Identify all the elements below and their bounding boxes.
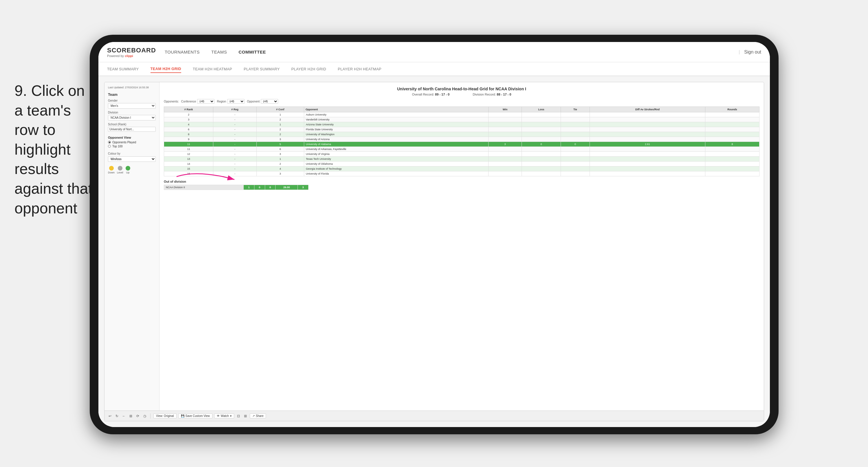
- refresh-icon[interactable]: ⟳: [135, 413, 141, 419]
- legend-up-circle: [126, 166, 130, 171]
- cell-conf: 6: [256, 147, 304, 152]
- sub-nav-player-summary[interactable]: PLAYER SUMMARY: [244, 65, 280, 73]
- watch-btn[interactable]: 👁 Watch ▾: [214, 413, 234, 418]
- cell-rank: 11: [164, 147, 213, 152]
- col-opponent: Opponent: [304, 107, 488, 112]
- table-row[interactable]: 12-3University of Virginia: [164, 152, 760, 157]
- sub-nav-team-summary[interactable]: TEAM SUMMARY: [107, 65, 139, 73]
- cell-tie: [561, 117, 590, 122]
- logo-powered: Powered by clippi: [107, 54, 156, 58]
- team-section-title: Team: [108, 92, 156, 97]
- region-select[interactable]: (All): [227, 99, 245, 104]
- table-row[interactable]: 2-1Auburn University: [164, 112, 760, 117]
- sub-nav-team-h2h-grid[interactable]: TEAM H2H GRID: [151, 65, 181, 73]
- col-rank: # Rank: [164, 107, 213, 112]
- conference-select[interactable]: (All): [197, 99, 214, 104]
- cell-opponent: University of Arkansas, Fayetteville: [304, 147, 488, 152]
- cell-rounds: [705, 132, 759, 137]
- clock-icon[interactable]: ◷: [142, 413, 147, 419]
- table-row[interactable]: 16-3University of Florida: [164, 171, 760, 176]
- cell-opponent: Auburn University: [304, 112, 488, 117]
- cell-diff: [590, 162, 705, 167]
- cell-opponent: University of Florida: [304, 171, 488, 176]
- legend: Down Level Up: [108, 166, 156, 174]
- sub-nav-player-h2h-heatmap[interactable]: PLAYER H2H HEATMAP: [338, 65, 381, 73]
- cell-win: [488, 117, 522, 122]
- undo-icon[interactable]: ↩: [107, 413, 113, 419]
- cell-loss: [522, 152, 561, 157]
- cell-rank: 12: [164, 152, 213, 157]
- ood-win: 1: [244, 185, 254, 190]
- radio-top-100[interactable]: Top 100: [108, 145, 156, 148]
- tablet-screen: SCOREBOARD Powered by clippi TOURNAMENTS…: [98, 42, 770, 427]
- legend-level: Level: [117, 166, 123, 174]
- table-row[interactable]: 8-2University of Washington: [164, 132, 760, 137]
- cell-conf: 2: [256, 117, 304, 122]
- sign-out-link[interactable]: Sign out: [744, 50, 761, 55]
- logo-scoreboard: SCOREBOARD: [107, 47, 156, 54]
- ood-tie: 0: [265, 185, 276, 190]
- table-row[interactable]: 3-2Vanderbilt University: [164, 117, 760, 122]
- nav-bar: SCOREBOARD Powered by clippi TOURNAMENTS…: [98, 42, 770, 62]
- cell-conf: 3: [256, 137, 304, 142]
- table-row[interactable]: 14-2University of Oklahoma: [164, 162, 760, 167]
- colour-by-select[interactable]: Win/loss: [108, 156, 156, 162]
- col-win: Win: [488, 107, 522, 112]
- cell-rank: 16: [164, 171, 213, 176]
- radio-opponents-played[interactable]: Opponents Played: [108, 141, 156, 144]
- cell-rounds: [705, 137, 759, 142]
- back-icon[interactable]: ←: [121, 413, 126, 419]
- opponent-select[interactable]: (All): [261, 99, 278, 104]
- sub-nav-player-h2h-grid[interactable]: PLAYER H2H GRID: [291, 65, 326, 73]
- cell-opponent: University of Alabama: [304, 142, 488, 147]
- table-row[interactable]: 15-4Georgia Institute of Technology: [164, 167, 760, 171]
- cell-loss: [522, 157, 561, 162]
- table-row[interactable]: 9-3University of Arizona: [164, 137, 760, 142]
- cell-reg: -: [213, 127, 256, 132]
- data-table: # Rank # Reg # Conf Opponent Win Loss Ti…: [164, 107, 760, 176]
- cell-opponent: Texas Tech University: [304, 157, 488, 162]
- division-select[interactable]: NCAA Division I: [108, 115, 156, 120]
- cell-opponent: University of Virginia: [304, 152, 488, 157]
- legend-level-circle: [118, 166, 122, 171]
- cell-diff: [590, 171, 705, 176]
- cell-rounds: [705, 112, 759, 117]
- cell-opponent: Vanderbilt University: [304, 117, 488, 122]
- cell-diff: 2.61: [590, 142, 705, 147]
- present-icon[interactable]: ⊡: [236, 413, 241, 419]
- grid-title: University of North Carolina Head-to-Hea…: [164, 87, 760, 91]
- view-original-btn[interactable]: View: Original: [153, 413, 177, 418]
- cell-conf: 1: [256, 157, 304, 162]
- school-input[interactable]: [108, 127, 156, 132]
- table-row[interactable]: 4-1Arizona State University: [164, 122, 760, 127]
- table-row[interactable]: 6-2Florida State University: [164, 127, 760, 132]
- cell-opponent: Georgia Institute of Technology: [304, 167, 488, 171]
- save-custom-btn[interactable]: 💾 Save Custom View: [178, 413, 212, 418]
- out-of-division-title: Out of division: [164, 180, 760, 183]
- table-row[interactable]: 11-6University of Arkansas, Fayetteville: [164, 147, 760, 152]
- nav-item-teams[interactable]: TEAMS: [211, 48, 227, 56]
- filter-row: Opponents: Conference (All) Region: [164, 99, 760, 104]
- gender-select[interactable]: Men's: [108, 103, 156, 109]
- cell-diff: [590, 157, 705, 162]
- grid-icon[interactable]: ⊞: [243, 413, 248, 419]
- cell-rank: 8: [164, 132, 213, 137]
- cell-reg: -: [213, 112, 256, 117]
- cell-reg: -: [213, 157, 256, 162]
- instruction-text: 9. Click on a team's row to highlight re…: [14, 81, 95, 218]
- table-row[interactable]: 13-1Texas Tech University: [164, 157, 760, 162]
- data-icon[interactable]: ⊞: [128, 413, 133, 419]
- nav-item-tournaments[interactable]: TOURNAMENTS: [165, 48, 200, 56]
- table-row[interactable]: 11-5University of Alabama3002.618: [164, 142, 760, 147]
- cell-loss: 0: [522, 142, 561, 147]
- nav-item-committee[interactable]: COMMITTEE: [239, 48, 266, 56]
- cell-reg: -: [213, 132, 256, 137]
- share-btn[interactable]: ↗ Share: [250, 413, 266, 418]
- cell-rank: 4: [164, 122, 213, 127]
- sub-nav-team-h2h-heatmap[interactable]: TEAM H2H HEATMAP: [193, 65, 232, 73]
- cell-loss: [522, 147, 561, 152]
- redo-icon[interactable]: ↻: [114, 413, 120, 419]
- cell-diff: [590, 122, 705, 127]
- left-panel: Last Updated: 27/03/2024 16:55:38 Team G…: [104, 82, 159, 411]
- cell-tie: [561, 162, 590, 167]
